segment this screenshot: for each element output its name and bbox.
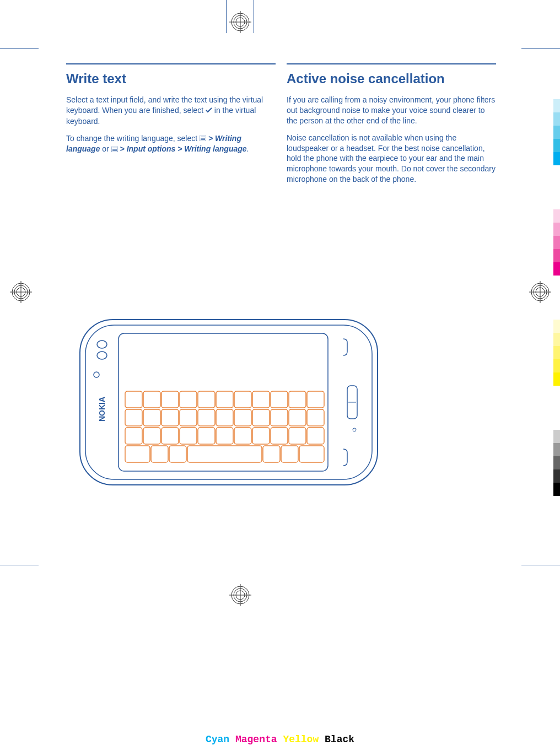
phone-brand-label: NOKIA: [98, 397, 106, 422]
page-content: Write text Select a text input field, an…: [66, 63, 496, 191]
paragraph-text: Noise cancellation is not available when…: [287, 133, 496, 185]
paragraph-text: If you are calling from a noisy environm…: [287, 95, 496, 126]
checkmark-icon: [206, 106, 212, 116]
registration-mark-icon: [529, 281, 551, 303]
svg-rect-56: [271, 409, 288, 426]
registration-mark-icon: [229, 11, 251, 33]
svg-rect-59: [125, 428, 142, 444]
svg-rect-68: [289, 428, 306, 444]
svg-rect-50: [161, 409, 179, 426]
svg-rect-69: [307, 428, 324, 444]
menu-icon: [200, 133, 206, 144]
color-label-magenta: Magenta: [235, 734, 277, 745]
svg-rect-49: [143, 409, 160, 426]
svg-rect-57: [289, 409, 306, 426]
phone-illustration: NOKIA: [74, 314, 383, 490]
svg-rect-70: [125, 446, 150, 462]
svg-rect-66: [252, 428, 270, 444]
svg-rect-54: [234, 409, 251, 426]
svg-rect-44: [252, 391, 270, 408]
paragraph-text: Select a text input field, and write the…: [66, 95, 276, 127]
svg-rect-67: [271, 428, 288, 444]
svg-rect-51: [180, 409, 197, 426]
color-calibration-strip: [553, 430, 560, 496]
color-label-cyan: Cyan: [206, 734, 229, 745]
svg-rect-43: [234, 391, 251, 408]
registration-mark-icon: [10, 281, 32, 303]
svg-rect-45: [271, 391, 288, 408]
svg-rect-41: [198, 391, 215, 408]
svg-rect-62: [180, 428, 197, 444]
column-noise-cancellation: Active noise cancellation If you are cal…: [287, 63, 496, 191]
svg-rect-60: [143, 428, 160, 444]
color-calibration-strip: [553, 320, 560, 386]
svg-rect-46: [289, 391, 306, 408]
svg-rect-63: [198, 428, 215, 444]
svg-rect-38: [143, 391, 160, 408]
svg-rect-40: [180, 391, 197, 408]
svg-rect-65: [234, 428, 251, 444]
svg-rect-39: [161, 391, 179, 408]
svg-rect-75: [281, 446, 298, 462]
print-color-names: Cyan Magenta Yellow Black: [0, 734, 560, 745]
svg-rect-58: [307, 409, 324, 426]
color-label-black: Black: [325, 734, 354, 745]
svg-rect-52: [198, 409, 215, 426]
svg-rect-72: [169, 446, 186, 462]
registration-mark-icon: [229, 584, 251, 606]
color-calibration-strip: [553, 99, 560, 165]
heading-noise-cancellation: Active noise cancellation: [287, 71, 496, 87]
svg-rect-61: [161, 428, 179, 444]
color-label-yellow: Yellow: [283, 734, 319, 745]
svg-rect-53: [216, 409, 233, 426]
svg-rect-47: [307, 391, 324, 408]
menu-icon: [111, 144, 118, 155]
svg-rect-74: [263, 446, 280, 462]
color-calibration-strip: [553, 209, 560, 276]
svg-rect-71: [151, 446, 168, 462]
svg-rect-64: [216, 428, 233, 444]
paragraph-text: To change the writing language, select >…: [66, 133, 276, 155]
svg-rect-73: [187, 446, 262, 462]
column-write-text: Write text Select a text input field, an…: [66, 63, 276, 191]
svg-rect-42: [216, 391, 233, 408]
heading-write-text: Write text: [66, 71, 276, 87]
svg-rect-37: [125, 391, 142, 408]
svg-rect-76: [299, 446, 324, 462]
svg-rect-48: [125, 409, 142, 426]
svg-rect-55: [252, 409, 270, 426]
